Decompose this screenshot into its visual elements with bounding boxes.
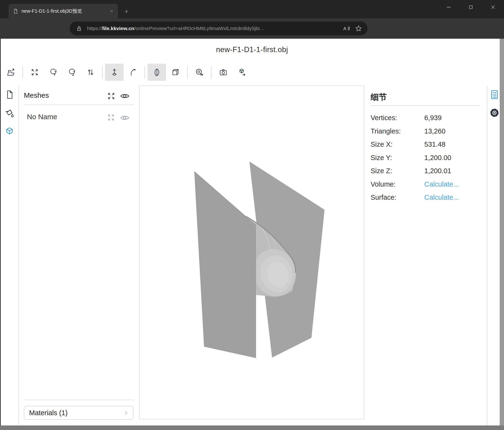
browser-window: new-F1-D1-1-first.obj3D预览 https://file.k… <box>0 0 504 430</box>
maximize-icon <box>468 5 473 10</box>
open-file-icon <box>7 68 15 76</box>
materials-button-label: Materials (1) <box>29 409 68 417</box>
move-vertical-button[interactable] <box>105 64 124 81</box>
details-rows: Vertices: 6,939 Triangles: 13,260 Size X… <box>371 111 482 204</box>
panel-divider <box>24 105 134 105</box>
measure-button[interactable] <box>190 64 208 81</box>
move-axis-icon <box>110 68 119 76</box>
maximize-button[interactable] <box>460 0 482 14</box>
zoom-extents-button[interactable] <box>25 64 44 81</box>
details-row-size-z: Size Z: 1,200.01 <box>371 164 482 178</box>
page-scrollbar[interactable] <box>500 39 504 425</box>
export-cube-icon <box>238 68 246 76</box>
mesh-row-name[interactable]: No Name <box>27 113 57 121</box>
export-model-button[interactable] <box>233 64 251 81</box>
minimize-button[interactable] <box>437 0 460 14</box>
toolbar-separator <box>187 66 188 79</box>
url-path: /onlinePreview?url=aHR0cHM6Ly9maWxlLmtrd… <box>134 26 265 31</box>
panel-divider <box>487 85 487 425</box>
details-panel-title: 细节 <box>371 92 387 103</box>
url-scheme: https:// <box>87 26 102 31</box>
box-3d-icon <box>171 68 180 76</box>
detail-value: 1,200.00 <box>424 154 482 162</box>
tab-title: new-F1-D1-1-first.obj3D预览 <box>21 8 107 14</box>
details-list-icon[interactable] <box>489 90 499 100</box>
calculate-volume-link[interactable]: Calculate... <box>424 180 482 188</box>
chevron-right-icon <box>123 410 129 416</box>
details-row-surface: Surface: Calculate... <box>371 191 482 204</box>
close-icon <box>490 5 496 10</box>
rotate-z-button[interactable] <box>63 64 81 81</box>
detail-label: Size Y: <box>371 154 424 162</box>
file-info-icon[interactable] <box>5 90 14 99</box>
calculate-surface-link[interactable]: Calculate... <box>424 194 482 201</box>
panel-divider <box>371 105 480 106</box>
window-edge <box>0 39 1 425</box>
details-row-size-y: Size Y: 1,200.00 <box>371 151 482 165</box>
flip-vertical-button[interactable] <box>81 64 100 81</box>
rotate-z-icon <box>68 68 76 76</box>
detail-value: 6,939 <box>424 114 482 122</box>
detail-value: 13,260 <box>424 127 482 135</box>
detail-label: Size X: <box>371 140 424 148</box>
viewer-toolbar <box>1 64 251 81</box>
detail-label: Triangles: <box>371 127 424 135</box>
bottom-scrollbar[interactable] <box>0 425 504 430</box>
url-domain: file.kkview.cn <box>102 26 134 31</box>
detail-value: 1,200.01 <box>424 167 482 175</box>
toggle-mesh-visibility-icon[interactable] <box>120 113 130 123</box>
shaded-view-button[interactable] <box>147 64 166 81</box>
toolbar-separator <box>102 66 103 79</box>
camera-icon <box>219 68 227 76</box>
close-button[interactable] <box>482 0 504 14</box>
zoom-to-meshes-icon[interactable] <box>107 92 116 100</box>
detail-label: Vertices: <box>371 114 424 122</box>
detail-label: Surface: <box>371 194 424 201</box>
tape-measure-icon <box>195 68 204 76</box>
details-row-volume: Volume: Calculate... <box>371 178 482 191</box>
new-tab-button[interactable] <box>122 7 131 16</box>
rotate-y-button[interactable] <box>44 64 63 81</box>
panel-divider <box>19 85 19 425</box>
settings-gear-icon[interactable] <box>489 108 500 118</box>
viewer-page: new-F1-D1-1-first.obj Meshes <box>0 39 504 425</box>
address-bar[interactable]: https://file.kkview.cn/onlinePreview?url… <box>70 21 368 35</box>
detail-value: 531.48 <box>424 140 482 148</box>
browser-toolbar: https://file.kkview.cn/onlinePreview?url… <box>0 19 504 39</box>
materials-button[interactable]: Materials (1) <box>24 406 134 420</box>
lock-icon[interactable] <box>76 25 82 32</box>
toolbar-separator <box>211 66 211 79</box>
orbit-button[interactable] <box>124 64 142 81</box>
zoom-to-mesh-icon[interactable] <box>107 113 115 122</box>
minimize-icon <box>446 4 451 10</box>
toolbar-separator <box>22 66 23 79</box>
model-render <box>140 86 364 419</box>
flip-vertical-icon <box>86 68 95 76</box>
browser-tab[interactable]: new-F1-D1-1-first.obj3D预览 <box>9 4 118 19</box>
details-row-size-x: Size X: 531.48 <box>371 138 482 151</box>
open-model-button[interactable] <box>1 64 20 81</box>
plane-left <box>194 171 256 358</box>
tab-strip: new-F1-D1-1-first.obj3D预览 <box>0 0 504 19</box>
rotate-y-icon <box>49 68 57 76</box>
screenshot-button[interactable] <box>214 64 233 81</box>
toolbar-separator <box>145 66 145 79</box>
plus-icon <box>124 9 129 14</box>
tab-close-icon[interactable] <box>110 9 114 13</box>
model-viewport[interactable] <box>139 85 364 420</box>
favorite-star-icon[interactable] <box>355 25 362 32</box>
model-view-icon[interactable] <box>5 127 14 136</box>
details-row-vertices: Vertices: 6,939 <box>371 111 482 125</box>
detail-label: Volume: <box>371 180 424 188</box>
url-text[interactable]: https://file.kkview.cn/onlinePreview?url… <box>87 26 338 31</box>
read-aloud-icon[interactable] <box>343 25 350 32</box>
detail-label: Size Z: <box>371 167 424 175</box>
materials-icon[interactable] <box>5 108 14 118</box>
toggle-meshes-visibility-icon[interactable] <box>120 91 130 101</box>
orbit-arrow-icon <box>129 68 137 76</box>
page-icon <box>13 9 18 14</box>
wireframe-view-button[interactable] <box>166 64 185 81</box>
details-row-triangles: Triangles: 13,260 <box>371 125 482 138</box>
page-title: new-F1-D1-1-first.obj <box>0 45 504 54</box>
expand-arrows-icon <box>31 68 39 76</box>
